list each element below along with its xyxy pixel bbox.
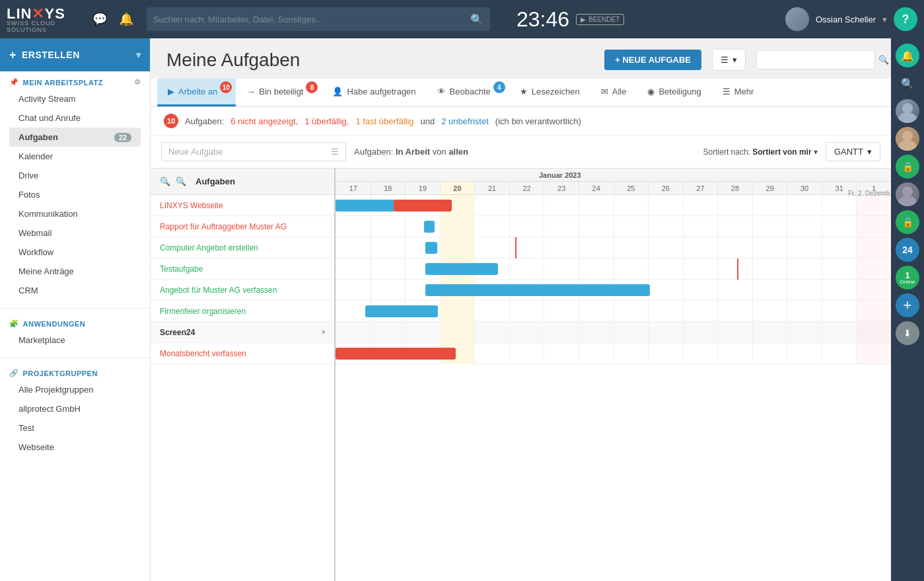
sidebar-item-workflow[interactable]: Workflow (9, 243, 141, 262)
alert-link-nicht-angezeigt[interactable]: 6 nicht angezeigt, (231, 116, 298, 126)
sidebar-divider-2 (0, 358, 150, 358)
gantt-row-6 (336, 301, 891, 322)
add-button-right[interactable]: + (896, 293, 919, 317)
gantt-task-row-computer[interactable]: Computer Angebot erstellen (151, 237, 334, 258)
create-arrow-icon: ▾ (136, 50, 141, 60)
day-19: 19 (405, 182, 440, 194)
deadline-line-computer (515, 237, 516, 258)
new-task-input[interactable]: Neue Aufgabe ☰ (161, 142, 346, 161)
gantt-cell (717, 343, 752, 364)
download-icon[interactable]: ⬇ (896, 321, 919, 345)
gantt-cell (614, 322, 649, 343)
lock-green-icon-1[interactable]: 🔒 (896, 155, 919, 178)
user-dropdown-icon[interactable]: ▾ (882, 15, 887, 24)
gantt-cell (787, 195, 822, 216)
header-search-input[interactable] (764, 55, 874, 65)
help-button[interactable]: ? (894, 7, 917, 31)
create-button[interactable]: + ERSTELLEN ▾ (0, 38, 150, 71)
tasks-column-label: Aufgaben (195, 176, 235, 186)
sidebar-item-alle-projektgruppen[interactable]: Alle Projektgruppen (9, 380, 141, 399)
gantt-cell (509, 216, 544, 237)
tab-alle[interactable]: ✉ Alle (590, 79, 637, 106)
task-status-allen: allen (448, 147, 468, 157)
gantt-task-row-testaufgabe[interactable]: Testaufgabe (151, 258, 334, 280)
gantt-cell (648, 258, 683, 280)
task-link-computer[interactable]: Computer Angebot erstellen (160, 243, 258, 252)
tab-bin-beteiligt[interactable]: → Bin beteiligt 8 (236, 79, 322, 106)
gantt-cell (683, 195, 718, 216)
svg-point-5 (898, 196, 917, 206)
task-link-monatsbericht[interactable]: Monatsbericht verfassen (160, 349, 246, 358)
gantt-cell (856, 216, 891, 237)
right-search-icon[interactable]: 🔍 (896, 71, 919, 95)
tabs-bar: ▶ Arbeite an 10 → Bin beteiligt 8 👤 Habe… (151, 79, 891, 107)
header-search[interactable]: 🔍 (756, 50, 875, 69)
sidebar-item-kalender[interactable]: Kalender (9, 147, 141, 166)
online-indicator[interactable]: 1 Online (896, 266, 919, 290)
search-bar[interactable]: 🔍 (147, 7, 490, 31)
bell-icon[interactable]: 🔔 (119, 12, 133, 26)
sort-value: Sortiert von mir (752, 147, 811, 157)
right-avatar-3[interactable] (896, 182, 919, 206)
gantt-task-row-firmenfeier[interactable]: Firmenfeier organisieren (151, 301, 334, 322)
gantt-task-row-monatsbericht[interactable]: Monatsbericht verfassen (151, 343, 334, 364)
sidebar-item-fotos[interactable]: Fotos (9, 185, 141, 204)
gear-icon[interactable]: ⚙ (134, 78, 141, 87)
sidebar-label: Marketplace (18, 335, 65, 345)
gantt-cell (683, 216, 718, 237)
sidebar-item-drive[interactable]: Drive (9, 166, 141, 185)
sidebar-item-activity-stream[interactable]: Activity Stream (9, 89, 141, 108)
sidebar-item-crm[interactable]: CRM (9, 281, 141, 300)
alert-link-ueberfaellig[interactable]: 1 überfällig, (304, 116, 349, 126)
gantt-days-header: 17 18 19 20 21 22 23 24 25 26 27 28 29 3… (336, 182, 891, 195)
gantt-task-row-rapport[interactable]: Rapport für Auftraggeber Muster AG (151, 216, 334, 237)
sidebar-item-kommunikation[interactable]: Kommunikation (9, 204, 141, 223)
sidebar-item-webmail[interactable]: Webmail (9, 223, 141, 243)
task-link-firmenfeier[interactable]: Firmenfeier organisieren (160, 307, 246, 316)
sidebar-item-marketplace[interactable]: Marketplace (9, 330, 141, 350)
search-input[interactable] (153, 15, 470, 24)
right-avatar-1[interactable] (896, 99, 919, 123)
task-link-rapport[interactable]: Rapport für Auftraggeber Muster AG (160, 222, 287, 231)
gantt-task-row-angebot[interactable]: Angebot für Muster AG verfassen (151, 280, 334, 301)
task-link-angebot[interactable]: Angebot für Muster AG verfassen (160, 286, 277, 295)
right-avatar-2[interactable] (896, 127, 919, 151)
alert-link-unbefristet[interactable]: 2 unbefristet (441, 116, 489, 126)
filter-button[interactable]: ☰ ▾ (712, 49, 746, 71)
user-name[interactable]: Ossian Scheller (816, 15, 876, 24)
tab-arrow-icon: → (246, 87, 255, 97)
tab-beteiligung[interactable]: ◉ Beteiligung (637, 79, 711, 106)
sidebar-item-webseite[interactable]: Webseite (9, 438, 141, 457)
chat-icon[interactable]: 💬 (92, 12, 107, 26)
right-sidebar: 🔔 🔍 🔒 🔒 24 1 Online + ⬇ (891, 38, 924, 581)
gantt-cell (509, 258, 544, 280)
tab-label: Bin beteiligt (259, 87, 303, 97)
search-icon-gantt2[interactable]: 🔍 (176, 176, 186, 186)
tab-lesezeichen[interactable]: ★ Lesezeichen (509, 79, 590, 106)
tab-list-icon: ☰ (723, 87, 730, 97)
task-link-linxys[interactable]: LINXYS Webseite (160, 201, 223, 210)
notification-bell-icon[interactable]: 🔔 (896, 44, 919, 67)
sidebar-item-chat[interactable]: Chat und Anrufe (9, 108, 141, 128)
gantt-cell (579, 322, 614, 343)
tab-arbeite-an[interactable]: ▶ Arbeite an 10 (157, 79, 236, 106)
lock-green-icon-2[interactable]: 🔒 (896, 210, 919, 234)
expander-icon[interactable]: ▾ (322, 329, 325, 336)
task-link-testaufgabe[interactable]: Testaufgabe (160, 264, 203, 274)
tab-mehr[interactable]: ☰ Mehr (712, 79, 765, 106)
num24-badge[interactable]: 24 (896, 238, 919, 262)
tab-beobachte[interactable]: 👁 Beobachte 4 (427, 79, 509, 106)
tab-habe-aufgetragen[interactable]: 👤 Habe aufgetragen (322, 79, 426, 106)
sidebar-item-aufgaben[interactable]: Aufgaben 22 (9, 128, 141, 147)
gantt-task-row-screen24[interactable]: Screen24 ▾ (151, 322, 334, 343)
sidebar-item-test[interactable]: Test (9, 418, 141, 438)
new-task-icon: ☰ (331, 147, 339, 157)
gantt-view-button[interactable]: GANTT ▾ (826, 142, 880, 161)
neue-aufgabe-button[interactable]: + NEUE AUFGABE (604, 50, 701, 70)
sidebar-item-allprotect[interactable]: allprotect GmbH (9, 399, 141, 418)
alert-link-fast-ueberfaellig[interactable]: 1 fast überfällig (355, 116, 413, 126)
sidebar-label: Drive (18, 171, 38, 180)
search-icon-gantt[interactable]: 🔍 (160, 176, 170, 186)
gantt-task-row-linxys[interactable]: LINXYS Webseite (151, 195, 334, 216)
sidebar-item-meine-antraege[interactable]: Meine Anträge (9, 262, 141, 281)
